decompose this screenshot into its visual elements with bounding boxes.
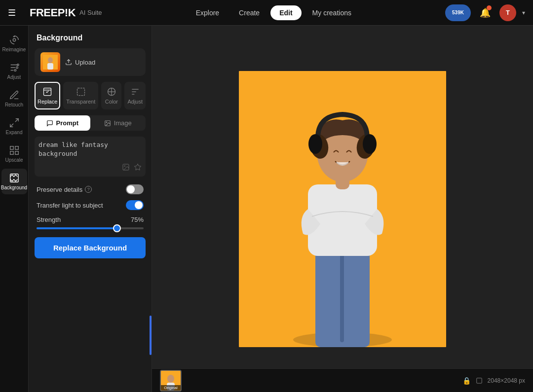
svg-line-5 [10,124,13,127]
color-mode-icon [107,87,116,97]
original-label: Original [161,385,181,391]
svg-rect-13 [47,63,53,70]
svg-point-42 [167,375,174,383]
sidebar-item-reimagine[interactable]: Reimagine [1,31,27,56]
user-menu-chevron[interactable]: ▾ [522,9,525,16]
mode-transparent[interactable]: Transparent [63,82,98,109]
sidebar-item-expand[interactable]: Expand [1,113,27,139]
ai-suite-label: AI Suite [79,9,102,16]
replace-mode-icon [42,87,52,97]
transfer-light-toggle[interactable] [126,200,144,210]
user-initial: T [506,9,510,16]
input-type-toggle: Prompt Image [35,115,146,131]
strength-slider-thumb[interactable] [113,224,121,232]
svg-line-4 [15,119,18,122]
header-right: 539K 🔔 T ▾ [445,4,525,21]
image-tab-button[interactable]: Image [90,115,146,131]
upload-text: Upload [75,59,95,66]
color-mode-label: Color [105,99,118,105]
hamburger-button[interactable]: ☰ [8,7,16,18]
prompt-input-area: dream like fantasy background [35,137,146,177]
user-avatar-button[interactable]: T [499,4,516,21]
bottom-bar: Original 🔒 2048×2048 px [152,368,533,392]
preserve-details-toggle[interactable] [126,184,144,194]
mode-tabs: Replace Transparent Color Adjust [35,82,146,109]
preserve-details-info[interactable]: ? [85,186,92,193]
transfer-light-text: Transfer light to subject [37,202,103,209]
svg-rect-26 [340,249,344,342]
thumb-preview [43,55,58,70]
svg-marker-22 [134,164,141,171]
dimensions-text: 2048×2048 px [488,377,525,384]
svg-rect-6 [10,146,13,149]
lock-icon: 🔒 [462,377,471,385]
expand-label: Expand [6,130,23,135]
panel-title: Background [29,26,152,48]
notifications-button[interactable]: 🔔 [477,4,494,21]
adjust-icon [9,62,20,73]
transfer-light-label: Transfer light to subject [37,202,126,209]
svg-point-12 [48,57,53,63]
logo-text: FREEP!K [30,6,76,19]
adjust-label: Adjust [7,74,21,80]
adjust-mode-label: Adjust [127,99,143,105]
image-tab-label: Image [114,119,132,127]
magic-icon [134,163,142,171]
image-thumbnail [40,52,60,72]
textarea-tools [38,163,142,173]
generate-from-prompt-button[interactable] [134,163,142,173]
sidebar-item-retouch[interactable]: Retouch [1,86,27,111]
expand-icon [9,117,20,128]
image-tab-icon [104,120,111,127]
upload-area[interactable]: Upload [35,48,146,76]
canvas-area: Zoom in Zoom out Crop Original [152,26,533,392]
svg-rect-9 [15,151,18,154]
bottom-right-info: 🔒 2048×2048 px [462,377,525,385]
logo-area: FREEP!K AI Suite [30,6,102,19]
prompt-tab-button[interactable]: Prompt [35,115,90,131]
nav-my-creations[interactable]: My creations [304,5,360,20]
nav-create[interactable]: Create [230,5,268,20]
background-icon [9,173,20,183]
background-label: Background [1,185,27,190]
image-upload-icon [122,163,130,171]
mode-replace[interactable]: Replace [35,82,60,109]
nav-edit[interactable]: Edit [270,5,301,20]
mode-adjust[interactable]: Adjust [124,82,146,109]
transfer-light-knob [135,201,143,209]
credits-avatar[interactable]: 539K [445,4,471,21]
header: ☰ FREEP!K AI Suite Explore Create Edit M… [0,0,533,26]
photo-canvas [239,71,446,347]
replace-mode-label: Replace [38,99,57,105]
preserve-details-row: Preserve details ? [29,181,152,197]
replace-background-button[interactable]: Replace Background [35,237,146,258]
svg-rect-16 [77,88,84,96]
canvas-image-svg [239,71,446,347]
svg-point-2 [14,70,16,71]
nav-explore[interactable]: Explore [187,5,228,20]
strength-label: Strength [37,216,61,223]
sidebar-item-adjust[interactable]: Adjust [1,58,27,84]
image-background [239,71,446,347]
prompt-textarea[interactable]: dream like fantasy background [38,141,142,158]
mode-color[interactable]: Color [101,82,121,109]
strength-value: 75% [131,216,144,223]
retouch-icon [9,90,20,101]
preserve-details-knob [127,185,135,193]
prompt-tab-label: Prompt [56,119,79,127]
preserve-details-label: Preserve details ? [37,186,126,193]
svg-rect-44 [476,378,482,383]
adjust-mode-icon [130,87,140,97]
reimagine-label: Reimagine [2,47,26,52]
background-panel: Background Upload Replace [29,26,152,392]
transfer-light-row: Transfer light to subject [29,197,152,213]
reimagine-icon [9,35,20,45]
strength-section: Strength 75% [29,213,152,235]
sidebar-item-upscale[interactable]: Upscale [1,141,27,167]
strength-slider-track[interactable] [37,227,144,229]
image-upload-in-prompt-button[interactable] [122,163,130,173]
original-thumbnail[interactable]: Original [160,370,182,392]
sidebar-item-background[interactable]: Background [1,169,27,194]
panel-scrollbar[interactable] [150,316,152,355]
svg-point-33 [363,134,377,154]
